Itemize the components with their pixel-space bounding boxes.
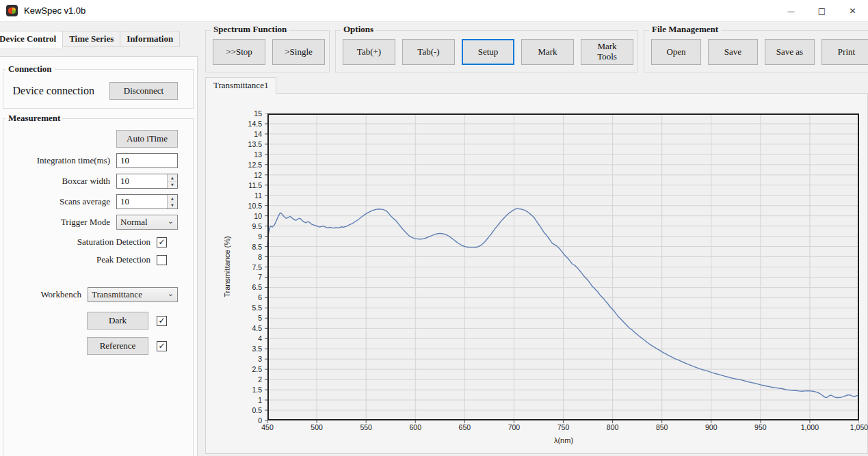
boxcar-width-value: 10 <box>117 174 167 188</box>
workbench-label: Workbench <box>40 289 81 300</box>
tab-information[interactable]: Information <box>120 31 180 47</box>
mark-tools-button[interactable]: Mark Tools <box>581 39 633 65</box>
x-tick-label: 450 <box>247 423 288 431</box>
dark-button[interactable]: Dark <box>87 312 148 330</box>
spin-down-icon[interactable]: ▼ <box>168 182 177 189</box>
x-axis-title: λ(nm) <box>512 436 615 444</box>
print-button[interactable]: Print <box>821 39 868 65</box>
y-tick-label: 11.5 <box>207 181 262 189</box>
x-tick-label: 550 <box>345 423 386 431</box>
x-tick-label: 900 <box>691 423 732 431</box>
spin-up-icon[interactable]: ▲ <box>168 174 177 182</box>
y-tick-label: 4 <box>207 334 262 343</box>
workbench-select[interactable]: Transmittance ⌄ <box>88 287 178 302</box>
minimize-button[interactable]: — <box>776 0 806 22</box>
dark-checkbox[interactable]: ✓ <box>157 316 167 326</box>
y-tick-label: 11 <box>207 191 262 200</box>
tab-device-control[interactable]: Device Control <box>0 31 63 48</box>
x-tick-label: 700 <box>493 423 534 431</box>
maximize-icon: □ <box>818 6 826 16</box>
spectrum-function-group: Spectrum Function >>Stop >Single <box>205 30 330 72</box>
toolbar: Spectrum Function >>Stop >Single Options… <box>205 30 868 72</box>
tab-plus-button[interactable]: Tab(+) <box>343 39 395 65</box>
main-area: Spectrum Function >>Stop >Single Options… <box>197 22 868 456</box>
y-tick-label: 2.5 <box>207 365 262 373</box>
trigger-mode-value: Normal <box>120 217 148 228</box>
connection-group-title: Connection <box>5 64 55 75</box>
chart-pane: Transmittance (%) λ(nm) 00.511.522.533.5… <box>205 93 868 454</box>
y-tick-label: 10 <box>207 212 262 220</box>
y-tick-label: 0.5 <box>207 406 262 414</box>
x-tick-label: 650 <box>444 423 485 431</box>
scans-average-label: Scans average <box>60 196 110 207</box>
chevron-down-icon: ⌄ <box>168 289 174 298</box>
chevron-down-icon: ⌄ <box>168 217 174 226</box>
tab-transmittance1[interactable]: Transmittance1 <box>205 77 276 94</box>
y-tick-label: 9.5 <box>207 222 262 230</box>
spin-down-icon[interactable]: ▼ <box>168 202 177 209</box>
save-button[interactable]: Save <box>708 39 758 65</box>
reference-button[interactable]: Reference <box>87 337 148 355</box>
y-tick-label: 8 <box>207 253 262 261</box>
x-tick-label: 750 <box>543 423 584 431</box>
open-button[interactable]: Open <box>651 39 701 65</box>
options-title: Options <box>341 24 376 35</box>
title-bar: KewSpec v1.0b — □ ✕ <box>0 0 868 22</box>
app-window: KewSpec v1.0b — □ ✕ Device Control Time … <box>0 0 868 456</box>
boxcar-width-spinner[interactable]: 10 ▲ ▼ <box>116 174 178 189</box>
x-tick-label: 500 <box>296 423 337 431</box>
device-panel: Device Control Time Series Information C… <box>0 22 197 456</box>
tab-time-series[interactable]: Time Series <box>63 31 120 47</box>
save-as-button[interactable]: Save as <box>765 39 815 65</box>
y-tick-label: 8.5 <box>207 243 262 251</box>
integration-time-input[interactable]: 10 <box>116 153 178 168</box>
scans-average-value: 10 <box>117 195 167 209</box>
connection-group: Connection Device connection Disconnect <box>3 69 194 109</box>
scans-average-spinner[interactable]: 10 ▲ ▼ <box>116 194 178 209</box>
peak-detection-checkbox[interactable] <box>157 255 167 265</box>
stop-button[interactable]: >>Stop <box>213 39 265 65</box>
x-tick-label: 600 <box>395 423 436 431</box>
trigger-mode-select[interactable]: Normal ⌄ <box>116 215 178 230</box>
trigger-mode-label: Trigger Mode <box>61 217 110 228</box>
maximize-button[interactable]: □ <box>806 0 837 22</box>
x-tick-label: 1,000 <box>789 423 830 431</box>
y-tick-label: 14 <box>207 130 262 138</box>
workbench-value: Transmittance <box>92 289 142 300</box>
y-tick-label: 7.5 <box>207 263 262 271</box>
spectrum-plot[interactable] <box>265 113 859 423</box>
measurement-group: Measurement Auto iTime Integration time(… <box>3 118 194 456</box>
x-tick-label: 950 <box>740 423 781 431</box>
y-tick-label: 6.5 <box>207 283 262 291</box>
spin-up-icon[interactable]: ▲ <box>168 195 177 202</box>
y-tick-label: 3 <box>207 355 262 363</box>
reference-checkbox[interactable]: ✓ <box>157 341 167 351</box>
window-controls: — □ ✕ <box>776 0 868 22</box>
saturation-detection-label: Saturation Detection <box>77 237 150 247</box>
close-button[interactable]: ✕ <box>837 0 868 22</box>
y-tick-label: 13 <box>207 150 262 159</box>
mark-button[interactable]: Mark <box>521 39 574 65</box>
file-management-title: File Management <box>649 24 721 35</box>
saturation-detection-checkbox[interactable]: ✓ <box>157 237 167 247</box>
integration-time-label: Integration time(ms) <box>37 155 110 166</box>
y-tick-label: 4.5 <box>207 324 262 332</box>
minimize-icon: — <box>787 7 795 16</box>
device-connection-label: Device connection <box>13 85 95 97</box>
spectrum-function-title: Spectrum Function <box>211 24 289 35</box>
disconnect-button[interactable]: Disconnect <box>109 82 178 100</box>
setup-button[interactable]: Setup <box>462 39 514 65</box>
y-tick-label: 5 <box>207 314 262 322</box>
y-tick-label: 10.5 <box>207 202 262 210</box>
auto-itime-button[interactable]: Auto iTime <box>116 130 178 148</box>
y-tick-label: 2 <box>207 375 262 384</box>
app-icon-green-dot <box>12 10 16 14</box>
device-control-pane: Connection Device connection Disconnect … <box>0 56 198 456</box>
tab-minus-button[interactable]: Tab(-) <box>402 39 455 65</box>
single-button[interactable]: >Single <box>272 39 325 65</box>
y-tick-label: 13.5 <box>207 140 262 148</box>
close-icon: ✕ <box>849 6 856 16</box>
peak-detection-label: Peak Detection <box>96 254 150 265</box>
y-tick-label: 1.5 <box>207 386 262 394</box>
y-tick-label: 14.5 <box>207 120 262 128</box>
